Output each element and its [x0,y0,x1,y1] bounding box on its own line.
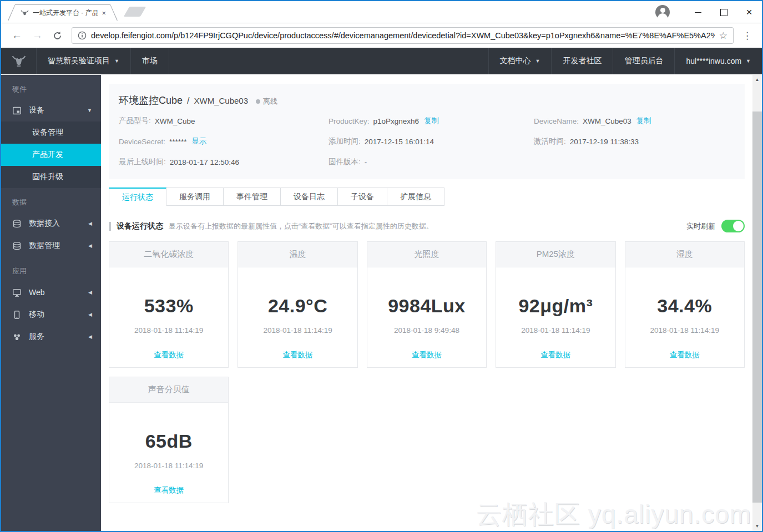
view-data-link[interactable]: 查看数据 [670,350,700,360]
tab-sub-device[interactable]: 子设备 [338,188,387,206]
project-selector[interactable]: 智慧新吴验证项目 ▼ [37,48,131,74]
chevron-left-icon: ◀ [88,290,92,295]
info-row-product-model: 产品型号: XWM_Cube [119,116,329,126]
property-card-illuminance: 光照度 9984Lux 2018-01-18 9:49:48 查看数据 [367,241,487,368]
run-status-description: 显示设备有上报数据的最新属性值，点击“查看数据”可以查看指定属性的历史数据。 [169,221,433,231]
window-close-button[interactable]: × [736,4,762,21]
info-row-device-secret: DeviceSecret: ****** 显示 [119,136,329,146]
browser-titlebar: 一站式开发平台 - 产品开 × × [1,1,762,23]
scrollbar-thumb[interactable] [752,112,762,503]
card-title: 二氧化碳浓度 [109,242,228,267]
sidebar-item-service[interactable]: 服务 ◀ [1,326,101,348]
sidebar-item-firmware-upgrade[interactable]: 固件升级 [1,166,101,188]
chevron-down-icon: ▼ [87,108,92,113]
view-data-link[interactable]: 查看数据 [154,350,184,360]
realtime-refresh-label: 实时刷新 [686,221,715,231]
sidebar-item-mobile[interactable]: 移动 ◀ [1,303,101,326]
monitor-icon [12,288,22,297]
device-status-badge: 离线 [256,97,277,107]
window-maximize-button[interactable] [711,4,736,21]
page-info-icon[interactable] [78,31,87,40]
view-data-link[interactable]: 查看数据 [540,350,570,360]
sidebar-item-device[interactable]: 设备 ▼ [1,99,101,121]
scroll-up-icon[interactable]: ▲ [752,75,762,84]
card-value: 65dB [145,430,193,452]
property-cards: 二氧化碳浓度 533% 2018-01-18 11:14:19 查看数据 温度 … [109,241,745,503]
card-title: 光照度 [367,242,486,267]
realtime-refresh-toggle[interactable] [721,220,745,232]
window-minimize-button[interactable] [685,4,711,21]
tab-device-log[interactable]: 设备日志 [281,188,338,206]
chevron-left-icon: ◀ [88,221,92,226]
favicon-icon [21,9,29,17]
database-icon [12,241,22,251]
info-row-activate-time: 激活时间: 2017-12-19 11:38:33 [534,136,735,146]
sidebar-item-product-development[interactable]: 产品开发 [1,144,101,166]
nav-admin-console[interactable]: 管理员后台 [613,48,674,74]
url-text[interactable]: develop.feifengiot.com/p/b124FP9IrjCGQPu… [91,31,715,40]
back-button[interactable]: ← [7,29,27,42]
card-value: 533% [144,295,194,317]
property-card-co2: 二氧化碳浓度 533% 2018-01-18 11:14:19 查看数据 [109,241,229,368]
platform-logo[interactable] [1,48,37,74]
card-value: 34.4% [657,295,712,317]
forward-button[interactable]: → [27,29,48,42]
card-title: 温度 [238,242,357,267]
sidebar-section-hardware: 硬件 [1,75,101,99]
property-card-sound: 声音分贝值 65dB 2018-01-18 11:14:19 查看数据 [109,377,229,503]
browser-tab[interactable]: 一站式开发平台 - 产品开 × [8,4,118,21]
browser-profile-avatar[interactable] [655,5,670,19]
sidebar-section-application: 应用 [1,257,101,281]
chevron-left-icon: ◀ [88,334,92,340]
sidebar-item-device-management[interactable]: 设备管理 [1,121,101,144]
tab-run-status[interactable]: 运行状态 [109,188,166,206]
app-navbar: 智慧新吴验证项目 ▼ 市场 文档中心 ▼ 开发者社区 管理员后台 hul****… [1,48,762,74]
url-bar[interactable]: develop.feifengiot.com/p/b124FP9IrjCGQPu… [72,27,734,44]
browser-menu-icon[interactable]: ⋮ [738,30,756,42]
property-card-humidity: 湿度 34.4% 2018-01-18 11:14:19 查看数据 [625,241,745,368]
info-row-add-time: 添加时间: 2017-12-15 16:01:14 [329,136,534,146]
bookmark-star-icon[interactable]: ☆ [719,30,727,42]
view-data-link[interactable]: 查看数据 [283,350,313,360]
tab-event-management[interactable]: 事件管理 [224,188,281,206]
browser-window: 一站式开发平台 - 产品开 × × ← → develop.feifengiot… [0,0,763,532]
nav-market[interactable]: 市场 [131,48,169,74]
database-icon [12,219,22,229]
new-tab-button[interactable] [124,7,146,17]
sidebar-item-data-management[interactable]: 数据管理 ◀ [1,235,101,257]
detail-tabs: 运行状态 服务调用 事件管理 设备日志 子设备 扩展信息 [109,188,745,206]
page-scrollbar[interactable]: ▲ ▼ [752,75,762,531]
info-row-firmware-version: 固件版本: - [329,157,534,167]
account-menu[interactable]: hul****inwu.com ▼ [674,48,762,74]
reload-button[interactable] [48,31,67,40]
sidebar-item-data-access[interactable]: 数据接入 ◀ [1,212,101,235]
device-info-panel: 环境监控Cube / XWM_Cube03 离线 产品型号: XWM_Cube [109,84,745,179]
copy-product-key-link[interactable]: 复制 [424,116,439,126]
chevron-down-icon: ▼ [746,58,751,64]
info-row-device-name: DeviceName: XWM_Cube03 复制 [534,116,735,126]
property-card-temperature: 温度 24.9°C 2018-01-18 11:14:19 查看数据 [238,241,357,368]
view-data-link[interactable]: 查看数据 [412,350,442,360]
nav-developer-community[interactable]: 开发者社区 [551,48,613,74]
chevron-down-icon: ▼ [114,58,119,64]
device-icon [12,106,22,115]
chevron-left-icon: ◀ [88,312,92,317]
sidebar-item-web[interactable]: Web ◀ [1,281,101,303]
copy-device-name-link[interactable]: 复制 [636,116,651,126]
tab-extended-info[interactable]: 扩展信息 [387,188,444,206]
scroll-down-icon[interactable]: ▼ [752,521,762,531]
tab-close-icon[interactable]: × [102,9,106,17]
card-timestamp: 2018-01-18 11:14:19 [263,326,332,335]
browser-toolbar: ← → develop.feifengiot.com/p/b124FP9IrjC… [1,23,762,48]
chevron-down-icon: ▼ [535,58,540,64]
property-card-pm25: PM25浓度 92μg/m³ 2018-01-18 11:14:19 查看数据 [496,241,615,368]
tab-title: 一站式开发平台 - 产品开 [33,8,98,18]
tab-service-invoke[interactable]: 服务调用 [166,188,224,206]
card-timestamp: 2018-01-18 11:14:19 [650,326,719,335]
nav-docs-center[interactable]: 文档中心 ▼ [488,48,552,74]
run-status-header: 设备运行状态 显示设备有上报数据的最新属性值，点击“查看数据”可以查看指定属性的… [109,220,745,232]
chevron-left-icon: ◀ [88,243,92,249]
sidebar: 硬件 设备 ▼ 设备管理 产品开发 固件升级 数据 数据接入 ◀ [1,75,101,531]
view-data-link[interactable]: 查看数据 [154,485,184,495]
show-secret-link[interactable]: 显示 [192,136,207,146]
